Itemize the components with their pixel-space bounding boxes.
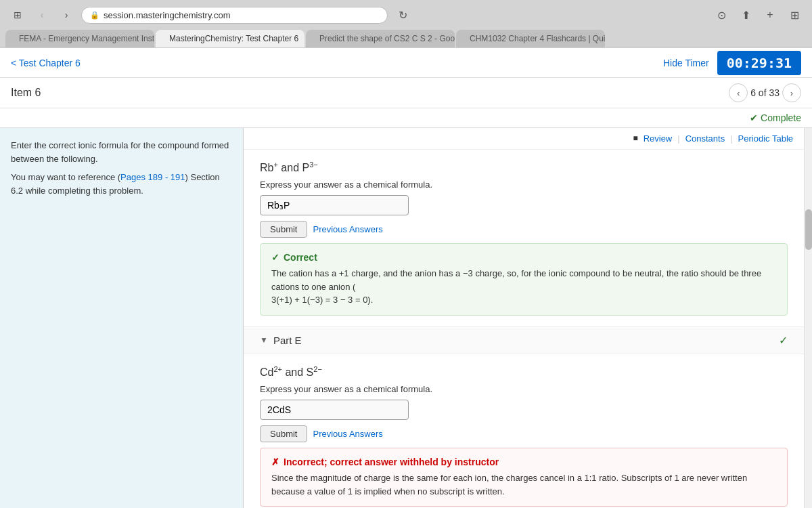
back-btn[interactable]: ‹ bbox=[32, 5, 51, 24]
share-btn[interactable]: ⬆ bbox=[736, 5, 755, 24]
back-to-test-link[interactable]: < Test Chapter 6 bbox=[11, 58, 81, 68]
add-tab-btn[interactable]: + bbox=[761, 5, 780, 24]
scrollbar-thumb[interactable] bbox=[805, 209, 812, 250]
refresh-btn[interactable]: ↻ bbox=[393, 5, 412, 24]
tab-google[interactable]: Predict the shape of CS2 C S 2 - Google … bbox=[306, 30, 455, 47]
rb-p-feedback-correct: ✓ Correct The cation has a +1 charge, an… bbox=[260, 243, 788, 316]
part-e-header[interactable]: ▼ Part E ✓ bbox=[244, 327, 804, 354]
content-toolbar: ■ Review | Constants | Periodic Table bbox=[244, 128, 804, 150]
cd-s-incorrect-text: Since the magnitude of charge is the sam… bbox=[271, 471, 776, 498]
forward-btn[interactable]: › bbox=[57, 5, 76, 24]
prev-item-btn[interactable]: ‹ bbox=[729, 83, 748, 102]
part-e-question-section: Cd2+ and S2− Express your answer as a ch… bbox=[244, 354, 804, 508]
hide-timer-btn[interactable]: Hide Timer bbox=[663, 58, 709, 68]
rb-p-correct-text: The cation has a +1 charge, and the anio… bbox=[271, 267, 776, 307]
complete-badge: ✔ Complete bbox=[750, 112, 801, 123]
item-title: Item 6 bbox=[11, 87, 41, 99]
main-content: Enter the correct ionic formula for the … bbox=[0, 128, 812, 508]
tab-quizlet-label: CHM1032 Chapter 4 Flashcards | Quizlet bbox=[470, 34, 605, 43]
cd-s-answer-input[interactable] bbox=[260, 400, 409, 420]
rb-p-question-section: Rb+ and P3− Express your answer as a che… bbox=[244, 150, 804, 327]
address-bar[interactable]: 🔒 session.masteringchemistry.com bbox=[81, 7, 388, 24]
tab-google-label: Predict the shape of CS2 C S 2 - Google … bbox=[319, 34, 455, 43]
browser-toolbar: ⊞ ‹ › 🔒 session.masteringchemistry.com ↻… bbox=[0, 0, 812, 30]
rb-p-instruction: Express your answer as a chemical formul… bbox=[260, 179, 788, 190]
hint-icon: ■ bbox=[633, 133, 637, 144]
rb-p-submit-btn[interactable]: Submit bbox=[260, 221, 307, 238]
back-link-label: < Test Chapter 6 bbox=[11, 58, 81, 68]
sidebar-panel: Enter the correct ionic formula for the … bbox=[0, 128, 244, 508]
rb-p-answer-input[interactable] bbox=[260, 195, 409, 215]
collapse-arrow-icon: ▼ bbox=[260, 335, 268, 345]
cd-s-previous-answers-btn[interactable]: Previous Answers bbox=[313, 429, 382, 439]
tab-quizlet[interactable]: CHM1032 Chapter 4 Flashcards | Quizlet bbox=[456, 30, 605, 47]
timer-display: 00:29:31 bbox=[717, 51, 801, 75]
pagination: ‹ 6 of 33 › bbox=[729, 83, 801, 102]
cd-s-instruction: Express your answer as a chemical formul… bbox=[260, 384, 788, 394]
header-right: Hide Timer 00:29:31 bbox=[663, 51, 801, 75]
tab-fema[interactable]: FEMA - Emergency Management Institute (E… bbox=[5, 30, 154, 47]
cd-s-incorrect-header: ✗ Incorrect; correct answer withheld by … bbox=[271, 457, 776, 467]
constants-link[interactable]: Constants bbox=[685, 133, 725, 144]
browser-tabs: FEMA - Emergency Management Institute (E… bbox=[0, 30, 812, 47]
review-link[interactable]: Review bbox=[644, 133, 673, 144]
next-item-btn[interactable]: › bbox=[782, 83, 801, 102]
rb-p-formula: Rb+ and P3− bbox=[260, 161, 788, 174]
rb-p-previous-answers-btn[interactable]: Previous Answers bbox=[313, 224, 382, 234]
reference-link[interactable]: Pages 189 - 191 bbox=[120, 172, 185, 182]
scrollbar-track[interactable] bbox=[804, 128, 812, 508]
download-btn[interactable]: ⊙ bbox=[712, 5, 731, 24]
periodic-table-link[interactable]: Periodic Table bbox=[738, 133, 793, 144]
tab-mastering[interactable]: MasteringChemistry: Test Chapter 6 bbox=[156, 30, 304, 47]
content-panel: ■ Review | Constants | Periodic Table Rb… bbox=[244, 128, 804, 508]
part-e-label: Part E bbox=[273, 335, 302, 346]
part-e-check-icon: ✓ bbox=[779, 334, 788, 347]
more-btn[interactable]: ⊞ bbox=[785, 5, 804, 24]
item-header: Item 6 ‹ 6 of 33 › bbox=[0, 78, 812, 108]
tab-fema-label: FEMA - Emergency Management Institute (E… bbox=[19, 34, 154, 43]
lock-icon: 🔒 bbox=[90, 11, 99, 20]
cd-s-feedback-incorrect: ✗ Incorrect; correct answer withheld by … bbox=[260, 448, 788, 507]
sidebar-reference: You may want to reference (Pages 189 - 1… bbox=[11, 171, 232, 197]
tab-mastering-label: MasteringChemistry: Test Chapter 6 bbox=[169, 34, 298, 43]
complete-bar: ✔ Complete bbox=[0, 108, 812, 128]
rb-p-correct-header: ✓ Correct bbox=[271, 252, 776, 263]
cd-s-formula: Cd2+ and S2− bbox=[260, 365, 788, 379]
sidebar-instruction: Enter the correct ionic formula for the … bbox=[11, 139, 232, 165]
cd-s-submit-btn[interactable]: Submit bbox=[260, 425, 307, 442]
page-header: < Test Chapter 6 Hide Timer 00:29:31 bbox=[0, 48, 812, 78]
pagination-text: 6 of 33 bbox=[750, 87, 780, 98]
address-text: session.masteringchemistry.com bbox=[104, 10, 231, 20]
sidebar-toggle-btn[interactable]: ⊞ bbox=[8, 5, 27, 24]
